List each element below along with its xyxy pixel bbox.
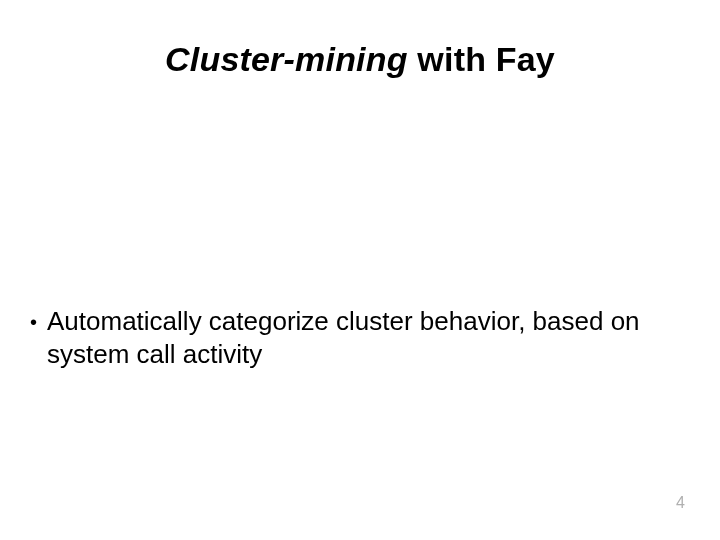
title-italic: Cluster-mining [165,40,408,78]
title-regular: with Fay [408,40,555,78]
bullet-text: Automatically categorize cluster behavio… [47,305,680,370]
slide-title: Cluster-mining with Fay [40,40,680,79]
bullet-marker: • [30,310,37,335]
content-area: • Automatically categorize cluster behav… [30,305,680,370]
slide: Cluster-mining with Fay • Automatically … [0,0,720,540]
page-number: 4 [676,494,685,512]
bullet-item: • Automatically categorize cluster behav… [30,305,680,370]
